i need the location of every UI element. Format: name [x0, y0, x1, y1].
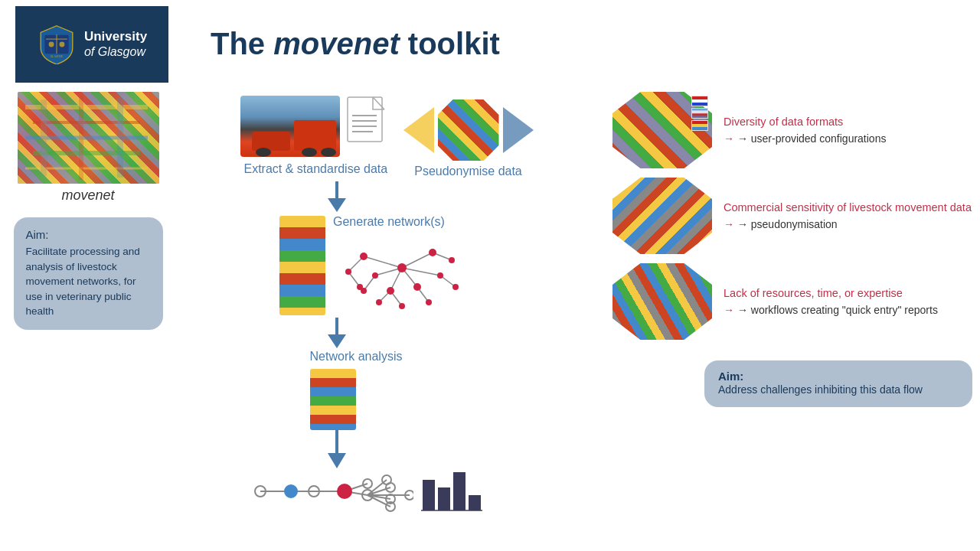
svg-rect-78 [469, 495, 481, 510]
challenge-3-image [612, 263, 712, 340]
university-shield-icon: GLASCHU [37, 24, 77, 64]
truck-image [240, 96, 340, 157]
svg-point-44 [449, 257, 455, 263]
svg-point-49 [361, 288, 367, 294]
svg-point-37 [429, 249, 436, 256]
svg-rect-12 [348, 97, 382, 142]
svg-rect-75 [423, 480, 435, 510]
university-name: University of Glasgow [84, 29, 147, 60]
svg-point-46 [426, 299, 432, 305]
network-graph-icon [333, 233, 463, 318]
challenge-1-image [612, 92, 712, 168]
challenge-2-text: Commercial sensitivity of livestock move… [724, 200, 972, 233]
arrow-right-icon [503, 107, 534, 153]
svg-marker-20 [328, 198, 346, 212]
svg-point-48 [399, 303, 405, 309]
svg-marker-18 [503, 107, 534, 153]
svg-rect-11 [117, 98, 123, 178]
challenge-3-title: Lack of resources, time, or expertise [724, 285, 972, 301]
linear-network-icon [245, 468, 413, 514]
challenge-2-title: Commercial sensitivity of livestock move… [724, 200, 972, 215]
svg-point-40 [437, 272, 443, 279]
svg-line-22 [402, 253, 433, 268]
svg-marker-51 [328, 334, 346, 348]
svg-point-65 [285, 485, 297, 497]
tools-strip-2-image [310, 369, 356, 430]
aim-colon-left: : [45, 228, 48, 241]
svg-point-45 [452, 284, 459, 290]
svg-point-41 [372, 272, 378, 279]
svg-point-36 [397, 263, 407, 272]
svg-text:GLASCHU: GLASCHU [51, 55, 64, 58]
svg-point-38 [413, 283, 421, 291]
arrow-left-icon [403, 107, 434, 153]
svg-point-35 [360, 253, 368, 260]
challenge-1-desc: → → user-provided configurations [724, 132, 972, 147]
pseudonymise-tools-image [438, 99, 499, 161]
generate-label: Generate network(s) [333, 214, 445, 230]
step4-label: Network analysis [310, 348, 403, 365]
svg-point-42 [345, 269, 351, 275]
challenge-1-title: Diversity of data formats [724, 114, 972, 129]
aim-text-right: Address challenges inhibiting this data … [718, 383, 959, 398]
movenet-label: movenet [61, 187, 114, 204]
challenge-2-desc: → → pseudonymisation [724, 217, 972, 233]
aim-colon-right: : [740, 370, 743, 383]
challenge-3-text: Lack of resources, time, or expertise → … [724, 285, 972, 318]
challenge-row-2: Commercial sensitivity of livestock move… [612, 178, 972, 254]
challenge-3-desc: → → workflows creating "quick entry" rep… [724, 303, 972, 318]
challenge-2-image [612, 178, 712, 254]
svg-rect-9 [41, 99, 47, 176]
logo-box: GLASCHU University of Glasgow [15, 6, 168, 83]
svg-rect-76 [438, 487, 450, 510]
svg-point-2 [59, 41, 64, 47]
tools-strip-image [279, 216, 325, 315]
aim-box-right: Aim: Address challenges inhibiting this … [704, 360, 972, 407]
svg-line-21 [364, 256, 402, 268]
svg-point-67 [338, 484, 351, 498]
page-title: The movenet toolkit [211, 27, 500, 61]
aim-title-left: Aim [26, 228, 46, 241]
step1-label: Extract & standardise data [244, 161, 388, 178]
movenet-tools-image [18, 92, 159, 184]
aim-text-left: Facilitate processing and analysis of li… [26, 244, 151, 319]
svg-point-1 [48, 41, 54, 47]
aim-title-right: Aim [718, 370, 740, 383]
document-icon-1 [346, 96, 388, 149]
svg-marker-17 [403, 107, 434, 153]
svg-rect-77 [453, 472, 466, 510]
aim-box-left: Aim: Facilitate processing and analysis … [14, 217, 163, 330]
challenge-1-text: Diversity of data formats → → user-provi… [724, 114, 972, 147]
arrow-down-2 [322, 318, 352, 348]
svg-rect-10 [79, 96, 83, 180]
svg-point-47 [376, 299, 382, 305]
step2-label: Pseudonymise data [414, 163, 522, 180]
challenge-row-3: Lack of resources, time, or expertise → … [612, 263, 972, 340]
challenge-row-1: Diversity of data formats → → user-provi… [612, 92, 972, 168]
svg-point-39 [387, 287, 394, 295]
svg-marker-53 [328, 453, 346, 468]
bar-chart-icon [421, 468, 482, 514]
arrow-down-3 [322, 430, 352, 468]
arrow-down-1 [322, 181, 352, 212]
